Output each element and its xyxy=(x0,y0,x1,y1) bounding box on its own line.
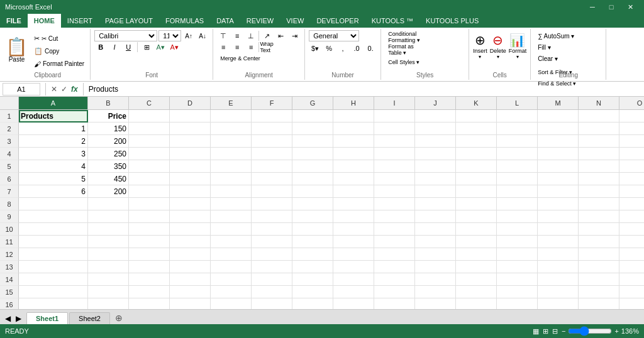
cell-k6[interactable] xyxy=(456,173,497,185)
cell-b5[interactable]: 350 xyxy=(88,160,129,173)
percent-button[interactable]: % xyxy=(323,43,335,54)
align-left-button[interactable]: ≡ xyxy=(217,41,230,53)
cell-e8[interactable] xyxy=(211,198,252,210)
cell-c4[interactable] xyxy=(129,148,170,160)
cell-e9[interactable] xyxy=(211,210,252,223)
cell-o3[interactable] xyxy=(619,135,644,148)
cell-f11[interactable] xyxy=(252,236,292,248)
cell-e4[interactable] xyxy=(211,148,252,160)
cell-a7[interactable]: 6 xyxy=(19,185,88,198)
cell-o8[interactable] xyxy=(619,198,644,210)
delete-button[interactable]: ⊖ Delete ▾ xyxy=(490,33,506,60)
cell-f13[interactable] xyxy=(252,261,292,273)
cell-h6[interactable] xyxy=(333,173,374,185)
cell-f7[interactable] xyxy=(252,185,292,198)
cell-m5[interactable] xyxy=(538,160,579,173)
cell-e13[interactable] xyxy=(211,261,252,273)
increase-font-button[interactable]: A↑ xyxy=(182,30,195,41)
col-header-n[interactable]: N xyxy=(579,97,619,109)
cell-f4[interactable] xyxy=(252,148,292,160)
cell-d15[interactable] xyxy=(170,286,211,298)
cell-o12[interactable] xyxy=(619,248,644,261)
tab-kutools-plus[interactable]: KUTOOLS PLUS xyxy=(419,14,485,28)
orientation-button[interactable]: ↗ xyxy=(260,30,273,41)
cell-g6[interactable] xyxy=(292,173,333,185)
tab-formulas[interactable]: FORMULAS xyxy=(159,14,210,28)
cell-a15[interactable] xyxy=(19,286,88,298)
tab-file[interactable]: FILE xyxy=(0,14,28,28)
cell-k4[interactable] xyxy=(456,148,497,160)
cell-b4[interactable]: 250 xyxy=(88,148,129,160)
cell-j3[interactable] xyxy=(415,135,456,148)
cell-n6[interactable] xyxy=(579,173,619,185)
cell-f15[interactable] xyxy=(252,286,292,298)
cell-l9[interactable] xyxy=(497,210,538,223)
zoom-out-button[interactable]: − xyxy=(562,327,565,335)
normal-view-icon[interactable]: ▦ xyxy=(533,327,539,335)
cell-o14[interactable] xyxy=(619,273,644,286)
cell-n7[interactable] xyxy=(579,185,619,198)
cell-e7[interactable] xyxy=(211,185,252,198)
cell-l8[interactable] xyxy=(497,198,538,210)
close-button[interactable]: ✕ xyxy=(621,1,639,13)
cell-c1[interactable] xyxy=(129,110,170,123)
align-middle-button[interactable]: ≡ xyxy=(231,30,243,41)
cell-e10[interactable] xyxy=(211,223,252,236)
cell-c15[interactable] xyxy=(129,286,170,298)
cell-l14[interactable] xyxy=(497,273,538,286)
cell-o5[interactable] xyxy=(619,160,644,173)
fill-color-button[interactable]: A▾ xyxy=(154,41,167,53)
cell-b3[interactable]: 200 xyxy=(88,135,129,148)
cell-b2[interactable]: 150 xyxy=(88,123,129,135)
cell-k14[interactable] xyxy=(456,273,497,286)
cell-c9[interactable] xyxy=(129,210,170,223)
cut-button[interactable]: ✂ ✂ Cut xyxy=(31,33,87,45)
cell-f8[interactable] xyxy=(252,198,292,210)
cell-e1[interactable] xyxy=(211,110,252,123)
cell-j14[interactable] xyxy=(415,273,456,286)
cell-d5[interactable] xyxy=(170,160,211,173)
cell-h4[interactable] xyxy=(333,148,374,160)
row-header-4[interactable]: 4 xyxy=(0,148,19,160)
format-painter-button[interactable]: 🖌 Format Painter xyxy=(31,58,87,70)
cell-l3[interactable] xyxy=(497,135,538,148)
cell-f14[interactable] xyxy=(252,273,292,286)
cell-o11[interactable] xyxy=(619,236,644,248)
cell-f6[interactable] xyxy=(252,173,292,185)
cell-styles-button[interactable]: Cell Styles ▾ xyxy=(385,57,423,68)
cell-n2[interactable] xyxy=(579,123,619,135)
decrease-decimal-button[interactable]: 0. xyxy=(364,43,377,54)
col-header-f[interactable]: F xyxy=(252,97,292,109)
fill-button[interactable]: Fill ▾ xyxy=(535,41,602,53)
cell-j10[interactable] xyxy=(415,223,456,236)
cell-b14[interactable] xyxy=(88,273,129,286)
minimize-button[interactable]: ─ xyxy=(584,1,601,13)
cell-g14[interactable] xyxy=(292,273,333,286)
cell-a11[interactable] xyxy=(19,236,88,248)
cell-m10[interactable] xyxy=(538,223,579,236)
cell-k3[interactable] xyxy=(456,135,497,148)
cell-a6[interactable]: 5 xyxy=(19,173,88,185)
cell-j12[interactable] xyxy=(415,248,456,261)
col-header-d[interactable]: D xyxy=(170,97,211,109)
cell-g7[interactable] xyxy=(292,185,333,198)
cell-d7[interactable] xyxy=(170,185,211,198)
col-header-a[interactable]: A xyxy=(19,97,88,109)
cell-k2[interactable] xyxy=(456,123,497,135)
select-all-button[interactable] xyxy=(0,97,19,109)
cell-j4[interactable] xyxy=(415,148,456,160)
cell-j7[interactable] xyxy=(415,185,456,198)
cell-o9[interactable] xyxy=(619,210,644,223)
cell-f5[interactable] xyxy=(252,160,292,173)
cell-m6[interactable] xyxy=(538,173,579,185)
cell-l5[interactable] xyxy=(497,160,538,173)
cell-e15[interactable] xyxy=(211,286,252,298)
cell-j5[interactable] xyxy=(415,160,456,173)
tab-view[interactable]: VIEW xyxy=(280,14,310,28)
cell-m15[interactable] xyxy=(538,286,579,298)
find-select-button[interactable]: Find & Select ▾ xyxy=(535,78,602,89)
cell-m13[interactable] xyxy=(538,261,579,273)
cell-d9[interactable] xyxy=(170,210,211,223)
border-button[interactable]: ⊞ xyxy=(140,41,153,53)
cell-l12[interactable] xyxy=(497,248,538,261)
